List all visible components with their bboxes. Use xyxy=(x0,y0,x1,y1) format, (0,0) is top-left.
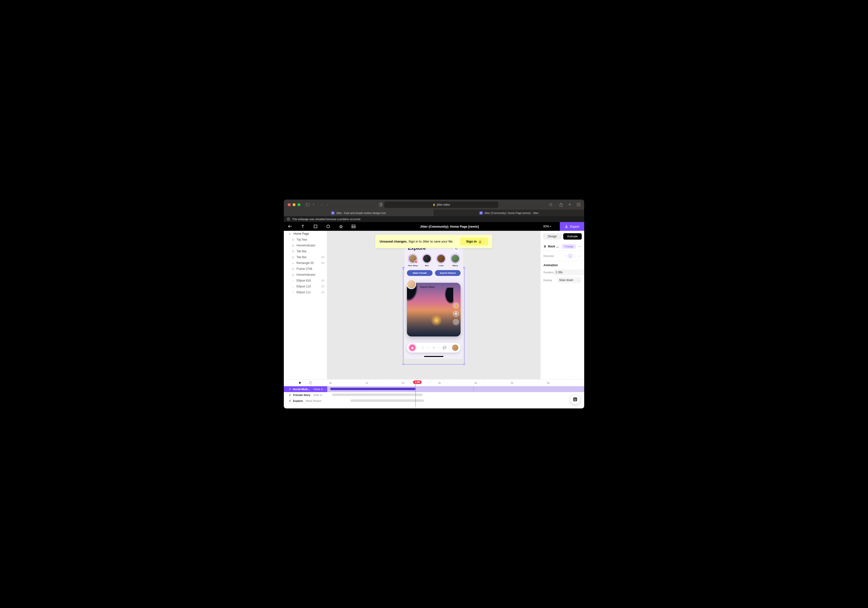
layer-home-page[interactable]: ▸ Home Page xyxy=(284,231,327,237)
bottom-tab-bar: ♡ + 💬 xyxy=(407,343,460,353)
download-icon xyxy=(565,225,568,228)
ellipse-tool-icon[interactable] xyxy=(326,224,330,229)
ellipse-icon: ○ xyxy=(292,291,294,294)
direction-right[interactable]: → xyxy=(577,253,581,258)
svg-rect-8 xyxy=(579,205,580,206)
privacy-shield-icon[interactable] xyxy=(379,203,382,207)
frame-icon: ⊡ xyxy=(292,274,294,276)
sign-in-label: Sign in xyxy=(466,239,477,243)
timeline-track-friends-story[interactable]: Friends Story · Slide in xyxy=(284,392,584,398)
direction-up[interactable]: ↑ xyxy=(564,253,568,258)
lightning-icon xyxy=(544,245,546,248)
sidebar-icon[interactable] xyxy=(306,203,310,206)
comment-icon: 💬 xyxy=(453,311,459,317)
playhead[interactable]: 2.38 xyxy=(413,380,422,384)
export-button[interactable]: Export xyxy=(560,222,584,231)
forward-icon[interactable]: › xyxy=(327,202,328,207)
keyframe-bar[interactable] xyxy=(332,393,423,396)
text-tool-icon[interactable] xyxy=(301,224,305,229)
layer-top-nav[interactable]: ⊡ Top Nav xyxy=(284,237,327,243)
easing-select[interactable]: Slow down ⌄ xyxy=(557,277,581,283)
rectangle-icon: ▭ xyxy=(292,262,294,264)
track-name: Social Media … xyxy=(293,388,311,390)
ruler-tick: 6s xyxy=(547,382,550,384)
layer-rectangle-55[interactable]: ▭ Rectangle 55 xyxy=(284,260,327,266)
design-tab[interactable]: Design xyxy=(543,233,562,239)
intercom-chat-button[interactable] xyxy=(570,394,580,404)
frame-icon: ▸ xyxy=(289,232,291,235)
layer-ellipse-111[interactable]: ○ Ellipse 111 xyxy=(284,289,327,295)
home-tab-icon xyxy=(409,345,415,351)
rectangle-tool-icon[interactable] xyxy=(313,224,318,229)
change-preset-button[interactable]: Change xyxy=(561,244,576,249)
layer-home-indicator[interactable]: ⊡ HomeIndicator xyxy=(284,243,327,248)
address-bar[interactable]: 🔒 jitter.video xyxy=(384,202,498,208)
layer-ellipse-818[interactable]: ○ Ellipse 818 xyxy=(284,278,327,283)
layers-panel: ▸ Home Page ⊡ Top Nav ⊡ HomeIndicator ⊡ … xyxy=(284,231,327,379)
like-icon: 👍 xyxy=(453,302,459,309)
keyframe-bar[interactable] xyxy=(350,400,424,402)
layer-home-indicator-2[interactable]: ⊡ HomeIndicator xyxy=(284,272,327,278)
frame-icon: ⊡ xyxy=(292,250,294,253)
zoom-control[interactable]: 83% ▾ xyxy=(543,225,551,228)
animate-tab[interactable]: Animate xyxy=(563,233,582,239)
share-icon xyxy=(453,319,459,325)
new-tab-icon[interactable] xyxy=(568,203,572,207)
search-partners-button: Search Patners xyxy=(435,270,460,276)
close-window-button[interactable] xyxy=(288,203,291,206)
browser-tab-1[interactable]: Jtr Jitter · Fast and simple motion desi… xyxy=(284,210,434,216)
frame-icon: ⊡ xyxy=(292,267,294,271)
reload-icon[interactable] xyxy=(549,203,552,207)
duration-input[interactable] xyxy=(554,269,584,275)
timeline-ruler[interactable]: 0s 1s 2s 3s 4s 5s xyxy=(327,379,584,386)
svg-rect-9 xyxy=(314,225,317,228)
loop-button[interactable] xyxy=(309,381,312,384)
maximize-window-button[interactable] xyxy=(298,203,301,206)
hidden-icon[interactable] xyxy=(321,256,324,259)
image-tool-icon[interactable] xyxy=(352,224,355,229)
sign-in-button[interactable]: Sign in 🔒 xyxy=(460,238,488,245)
keyframe-bar[interactable] xyxy=(330,388,415,390)
hidden-icon[interactable] xyxy=(321,261,324,264)
easing-value: Slow down xyxy=(559,278,573,282)
heart-tab-icon: ♡ xyxy=(420,345,426,351)
layer-frame-3746[interactable]: ⊡ Frame 3746 xyxy=(284,266,327,272)
layer-ellipse-110[interactable]: ○ Ellipse 110 xyxy=(284,283,327,289)
favicon-icon: Jtr xyxy=(479,211,483,215)
animation-section-title: Animation xyxy=(544,263,581,267)
browser-tab-2[interactable]: Jtr Jitter (Community): Home Page [remix… xyxy=(434,210,584,216)
play-button[interactable] xyxy=(299,381,302,384)
hidden-icon[interactable] xyxy=(321,279,324,282)
back-icon[interactable]: ‹ xyxy=(321,202,322,207)
hidden-icon[interactable] xyxy=(321,285,324,288)
favicon-icon: Jtr xyxy=(331,211,335,215)
app-back-button[interactable] xyxy=(288,224,292,229)
track-anim: Mask Resize xyxy=(306,400,321,402)
timeline-track-social-media[interactable]: Social Media … · Mask & Sl… xyxy=(284,386,584,392)
app-toolbar: Jitter (Community): Home Page [remix] 83… xyxy=(284,222,584,231)
zoom-value: 83% xyxy=(543,225,549,228)
track-anim: Slide in xyxy=(313,393,322,397)
minimize-window-button[interactable] xyxy=(293,203,296,206)
close-message-icon[interactable]: ✕ xyxy=(287,218,290,221)
star-tool-icon[interactable] xyxy=(339,224,343,229)
ruler-tick: 1s xyxy=(366,382,368,384)
ruler-tick: 3s xyxy=(438,382,441,384)
ellipse-icon: ○ xyxy=(292,285,294,288)
share-icon[interactable] xyxy=(560,203,563,207)
layer-tab-bar[interactable]: ⊡ Tab Bar xyxy=(284,248,327,254)
layer-tab-bar-hidden[interactable]: ⊡ Tab Bar xyxy=(284,254,327,260)
direction-down[interactable]: ↓ xyxy=(568,253,572,258)
svg-rect-6 xyxy=(579,203,580,204)
url-text: jitter.video xyxy=(437,203,450,207)
inspector-panel: Design Animate Mask & Slid… Change ⋯ Dir… xyxy=(540,231,584,379)
hidden-icon[interactable] xyxy=(321,291,324,294)
tabs-overview-icon[interactable] xyxy=(577,203,580,207)
canvas[interactable]: Unsaved changes. Sign in to Jitter to sa… xyxy=(327,231,540,379)
direction-left[interactable]: ← xyxy=(572,253,577,258)
chevron-down-icon[interactable]: ▾ xyxy=(313,203,314,206)
timeline-track-explore[interactable]: Explore · Mask Resize xyxy=(284,398,584,404)
more-options-icon[interactable]: ⋯ xyxy=(577,245,581,248)
svg-rect-0 xyxy=(306,203,310,206)
svg-rect-5 xyxy=(577,203,578,204)
